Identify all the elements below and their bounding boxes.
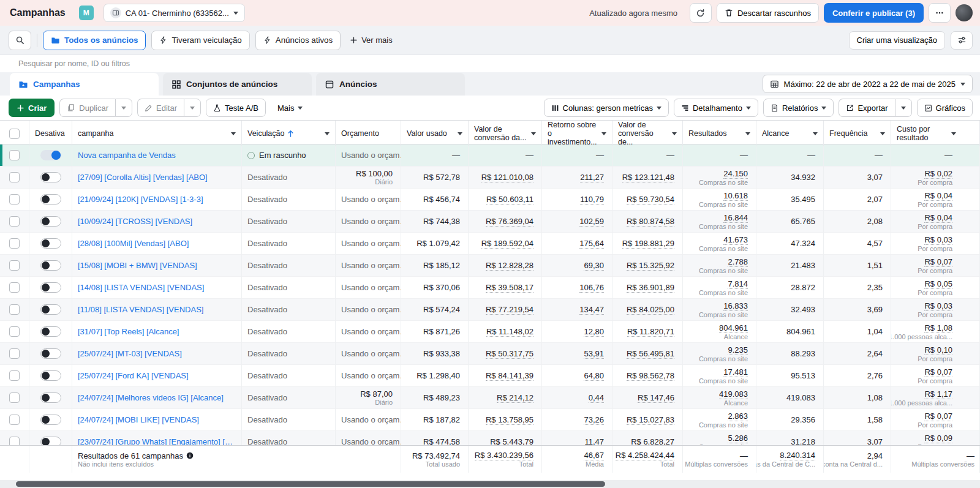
tab-conjuntos-de-anuncios[interactable]: Conjuntos de anúncios <box>163 73 312 96</box>
filter-chip-all-ads[interactable]: Todos os anúncios <box>43 31 146 50</box>
campaign-toggle[interactable] <box>40 370 61 381</box>
row-checkbox[interactable] <box>9 437 20 445</box>
campaign-name-link[interactable]: [21/09/24] [120K] [VENDAS] [1-3-3] <box>78 195 203 204</box>
create-view-button[interactable]: Criar uma visualização <box>849 31 946 50</box>
campaign-name-link[interactable]: [10/09/24] [TCROSS] [VENDAS] <box>78 217 192 226</box>
campaign-name-link[interactable]: Nova campanha de Vendas <box>78 151 176 160</box>
duplicate-button[interactable]: Duplicar <box>59 99 115 117</box>
export-button[interactable]: Exportar <box>839 99 894 117</box>
duplicate-dropdown-button[interactable] <box>115 99 132 117</box>
campaign-toggle[interactable] <box>40 392 61 403</box>
cell-reach: 35.495 <box>756 189 824 211</box>
cell-freq: 1,04 <box>824 321 891 343</box>
reports-button[interactable]: Relatórios <box>763 99 834 117</box>
campaign-toggle[interactable] <box>40 260 61 271</box>
export-dropdown-button[interactable] <box>895 99 912 117</box>
cell-reach: 28.872 <box>756 277 824 299</box>
column-header-retorno-investimento[interactable]: Retorno sobre o investimento... <box>542 121 612 146</box>
campaign-name-link[interactable]: [25/07/24] [Ford KA] [VENDAS] <box>78 371 189 380</box>
campaign-toggle[interactable] <box>40 150 61 160</box>
campaign-toggle[interactable] <box>40 282 61 293</box>
discard-drafts-button[interactable]: Descartar rascunhos <box>717 3 819 23</box>
toggle-knob <box>42 283 50 291</box>
edit-button[interactable]: Editar <box>137 99 184 117</box>
column-header-valor-usado[interactable]: Valor usado <box>401 121 469 146</box>
campaign-name-link[interactable]: [28/08] [100Mil] [Vendas] [ABO] <box>78 239 189 248</box>
campaign-name-link[interactable]: [23/07/24] [Grupo Whats] [Engajamento] [… <box>78 437 236 445</box>
campaign-toggle[interactable] <box>40 326 61 337</box>
row-checkbox[interactable] <box>9 415 20 425</box>
column-header-veiculacao[interactable]: Veiculação <box>242 121 336 146</box>
campaign-toggle[interactable] <box>40 304 61 315</box>
cell-checkbox <box>0 255 29 277</box>
campaign-toggle[interactable] <box>40 348 61 359</box>
budget-value: Usando o orçam... <box>341 327 401 336</box>
row-checkbox[interactable] <box>9 216 20 227</box>
refresh-button[interactable] <box>690 3 712 23</box>
filter-chip-had-delivery[interactable]: Tiveram veiculação <box>151 31 249 50</box>
row-checkbox[interactable] <box>9 348 20 359</box>
reach-value: 804.961 <box>786 327 815 336</box>
row-checkbox[interactable] <box>9 194 20 205</box>
campaign-name-link[interactable]: [25/07/24] [MT-03] [VENDAS] <box>78 349 182 358</box>
edit-dropdown-button[interactable] <box>184 99 201 117</box>
campaign-name-link[interactable]: [27/09] [Corolla Altis] [Vendas] [ABO] <box>78 173 208 182</box>
cell-toggle <box>29 343 72 365</box>
ad-account-selector[interactable]: CA 01- Cherminho (633562... <box>104 4 245 22</box>
more-actions-button[interactable]: Mais <box>271 99 309 117</box>
row-checkbox[interactable] <box>9 392 20 403</box>
column-header-resultados[interactable]: Resultados <box>683 121 756 146</box>
cell-roas: 0,44 <box>542 387 612 409</box>
column-header-campanha[interactable]: campanha <box>72 121 242 146</box>
select-all-checkbox[interactable] <box>9 129 20 139</box>
campaign-toggle[interactable] <box>40 194 61 205</box>
campaign-name-link[interactable]: [31/07] [Top Reels] [Alcance] <box>78 327 179 336</box>
publish-button[interactable]: Conferir e publicar (3) <box>824 3 924 23</box>
create-button[interactable]: Criar <box>9 99 55 117</box>
search-button[interactable] <box>9 31 31 50</box>
campaign-toggle[interactable] <box>40 437 61 445</box>
campaign-name-link[interactable]: [14/08] [LISTA VENDAS] [VENDAS] <box>78 283 204 292</box>
cpr-value: R$ 0,07 <box>924 367 952 377</box>
tab-anuncios[interactable]: Anúncios <box>316 73 465 96</box>
see-more-filters-button[interactable]: Ver mais <box>346 36 396 45</box>
row-checkbox[interactable] <box>9 260 20 271</box>
column-header-alcance[interactable]: Alcance <box>756 121 824 146</box>
view-settings-button[interactable] <box>951 31 973 50</box>
column-header-frequencia[interactable]: Frequência <box>824 121 891 146</box>
campaign-name-link[interactable]: [15/08] [MOBI + BMW] [VENDAS] <box>78 261 197 270</box>
horizontal-scrollbar-thumb[interactable] <box>16 481 605 487</box>
user-avatar[interactable] <box>956 4 973 21</box>
row-checkbox[interactable] <box>9 150 20 160</box>
business-badge[interactable]: M <box>79 6 94 20</box>
campaign-toggle[interactable] <box>40 216 61 227</box>
roas-value: 134,47 <box>579 305 604 315</box>
campaign-toggle[interactable] <box>40 415 61 425</box>
row-checkbox[interactable] <box>9 282 20 293</box>
tab-campanhas[interactable]: Campanhas <box>10 73 159 96</box>
search-input[interactable] <box>18 59 962 68</box>
ab-test-button[interactable]: Teste A/B <box>206 99 266 117</box>
campaign-name-link[interactable]: [11/08] [LISTA VENDAS] [VENDAS] <box>78 305 203 314</box>
freq-value: 2,07 <box>867 195 883 204</box>
row-checkbox[interactable] <box>9 326 20 337</box>
charts-button[interactable]: Gráficos <box>917 99 973 117</box>
column-header-valor-conversao-2[interactable]: Valor de conversão de... <box>612 121 683 146</box>
campaign-name-link[interactable]: [24/07/24] [MOBI LIKE] [VENDAS] <box>78 415 199 424</box>
breakdown-button[interactable]: Detalhamento <box>674 99 758 117</box>
column-header-orcamento[interactable]: Orçamento <box>336 121 401 146</box>
row-checkbox[interactable] <box>9 304 20 315</box>
row-checkbox[interactable] <box>9 172 20 182</box>
filter-chip-active-ads[interactable]: Anúncios ativos <box>255 31 341 50</box>
campaign-toggle[interactable] <box>40 238 61 249</box>
more-options-button[interactable] <box>929 3 951 23</box>
campaign-toggle[interactable] <box>40 172 61 182</box>
info-icon[interactable] <box>186 452 194 459</box>
row-checkbox[interactable] <box>9 370 20 381</box>
campaign-name-link[interactable]: [24/07/24] [Melhores videos IG] [Alcance… <box>78 393 224 402</box>
columns-button[interactable]: Colunas: gerson metricas <box>544 99 669 117</box>
column-header-custo-por-resultado[interactable]: Custo por resultado <box>891 121 980 146</box>
row-checkbox[interactable] <box>9 238 20 249</box>
date-range-selector[interactable]: Máximo: 22 de abr de 2022 a 22 de mai de… <box>763 75 973 93</box>
column-header-valor-conversao-1[interactable]: Valor de conversão da... <box>469 121 542 146</box>
